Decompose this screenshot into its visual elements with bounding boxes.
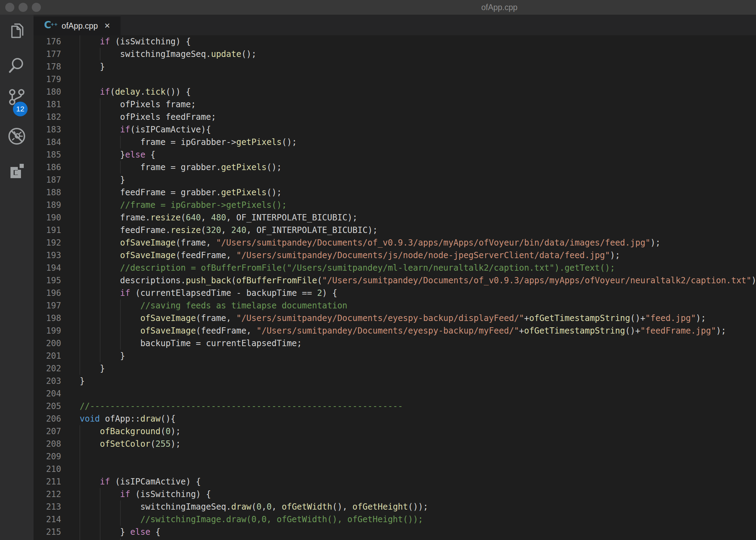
indent-guide (100, 161, 100, 174)
code-line[interactable]: 200 backupTime = currentElapsedTime; (34, 337, 756, 350)
code-line[interactable]: 189 //frame = ipGrabber->getPixels(); (34, 199, 756, 211)
indent-guide (100, 48, 100, 60)
code-line[interactable]: 214 //switchingImage.draw(0,0, ofGetWidt… (34, 513, 756, 526)
traffic-light-minimize[interactable] (19, 3, 28, 12)
extensions-icon[interactable] (7, 161, 27, 181)
line-number[interactable]: 181 (34, 98, 61, 111)
code-line[interactable]: 213 switchingImageSeq.draw(0,0, ofGetWid… (34, 501, 756, 513)
line-number[interactable]: 212 (34, 488, 61, 501)
search-icon[interactable] (7, 56, 27, 75)
code-line[interactable]: 194 //description = ofBufferFromFile("/U… (34, 262, 756, 274)
code-line[interactable]: 211 if (isIPCamActive) { (34, 475, 756, 488)
traffic-light-zoom[interactable] (32, 3, 41, 12)
code-line[interactable]: 204 (34, 387, 756, 400)
line-number[interactable]: 203 (34, 375, 61, 387)
line-number[interactable]: 189 (34, 199, 61, 211)
line-number[interactable]: 214 (34, 513, 61, 526)
line-number[interactable]: 193 (34, 249, 61, 262)
line-number[interactable]: 195 (34, 274, 61, 287)
line-number[interactable]: 210 (34, 463, 61, 475)
code-line[interactable]: 186 frame = grabber.getPixels(); (34, 161, 756, 174)
code-line[interactable]: 184 frame = ipGrabber->getPixels(); (34, 136, 756, 148)
code-line[interactable]: 201 } (34, 350, 756, 362)
code-line[interactable]: 203} (34, 375, 756, 387)
tab-close-icon[interactable]: ✕ (104, 22, 110, 30)
indent-guide (120, 513, 121, 526)
code-line[interactable]: 188 feedFrame = grabber.getPixels(); (34, 186, 756, 199)
line-number[interactable]: 216 (34, 538, 61, 540)
line-number[interactable]: 201 (34, 350, 61, 362)
code-line[interactable]: 185 }else { (34, 148, 756, 161)
code-line[interactable]: 197 //saving feeds as timelapse document… (34, 299, 756, 312)
code-line[interactable]: 205//-----------------------------------… (34, 400, 756, 413)
line-number[interactable]: 196 (34, 287, 61, 299)
code-line[interactable]: 190 frame.resize(640, 480, OF_INTERPOLAT… (34, 211, 756, 224)
code-line[interactable]: 202 } (34, 362, 756, 375)
code-line[interactable]: 208 ofSetColor(255); (34, 438, 756, 450)
code-line[interactable]: 193 ofSaveImage(feedFrame, "/Users/sumit… (34, 249, 756, 262)
title-bar: ofApp.cpp (0, 0, 756, 15)
line-number[interactable]: 211 (34, 475, 61, 488)
line-number[interactable]: 198 (34, 312, 61, 324)
code-line[interactable]: 199 ofSaveImage(feedFrame, "/Users/sumit… (34, 324, 756, 337)
code-line[interactable]: 198 ofSaveImage(frame, "/Users/sumitpand… (34, 312, 756, 324)
line-number[interactable]: 199 (34, 324, 61, 337)
line-number[interactable]: 206 (34, 413, 61, 425)
code-line[interactable]: 195 descriptions.push_back(ofBufferFromF… (34, 274, 756, 287)
line-number[interactable]: 213 (34, 501, 61, 513)
code-line[interactable]: 212 if (isSwitching) { (34, 488, 756, 501)
line-number[interactable]: 178 (34, 60, 61, 73)
code-line[interactable]: 187 } (34, 174, 756, 186)
line-number[interactable]: 205 (34, 400, 61, 413)
code-line[interactable]: 179 (34, 73, 756, 86)
line-number[interactable]: 183 (34, 123, 61, 136)
line-number[interactable]: 209 (34, 450, 61, 463)
debug-disabled-icon[interactable] (7, 126, 27, 146)
code-line[interactable]: 196 if (currentElapsedTime - backupTime … (34, 287, 756, 299)
line-number[interactable]: 191 (34, 224, 61, 236)
line-number[interactable]: 179 (34, 73, 61, 86)
line-number[interactable]: 180 (34, 86, 61, 98)
code-line[interactable]: 177 switchingImageSeq.update(); (34, 48, 756, 60)
code-line[interactable]: 178 } (34, 60, 756, 73)
source-control-badge[interactable]: 12 (13, 102, 28, 116)
code-line[interactable]: 183 if(isIPCamActive){ (34, 123, 756, 136)
code-line[interactable]: 215 } else { (34, 526, 756, 538)
line-number[interactable]: 188 (34, 186, 61, 199)
line-number[interactable]: 187 (34, 174, 61, 186)
code-line[interactable]: 210 (34, 463, 756, 475)
code-line[interactable]: 191 feedFrame.resize(320, 240, OF_INTERP… (34, 224, 756, 236)
editor-content[interactable]: 176 if (isSwitching) {177 switchingImage… (34, 35, 756, 540)
code-line[interactable]: 192 ofSaveImage(frame, "/Users/sumitpand… (34, 236, 756, 249)
code-line[interactable]: 182 ofPixels feedFrame; (34, 111, 756, 123)
line-number[interactable]: 184 (34, 136, 61, 148)
code-line[interactable]: 216 (34, 538, 756, 540)
code-line[interactable]: 181 ofPixels frame; (34, 98, 756, 111)
line-number[interactable]: 200 (34, 337, 61, 350)
code-line[interactable]: 209 (34, 450, 756, 463)
indent-guide (80, 136, 80, 148)
indent-guide (80, 324, 80, 337)
explorer-icon[interactable] (7, 21, 27, 41)
line-number[interactable]: 194 (34, 262, 61, 274)
line-number[interactable]: 204 (34, 387, 61, 400)
tab-ofapp-cpp[interactable]: C++ ofApp.cpp ✕ (34, 16, 121, 35)
line-number[interactable]: 192 (34, 236, 61, 249)
line-number[interactable]: 176 (34, 35, 61, 48)
line-number[interactable]: 207 (34, 425, 61, 438)
code-line[interactable]: 176 if (isSwitching) { (34, 35, 756, 48)
line-number[interactable]: 185 (34, 148, 61, 161)
indent-guide (100, 249, 100, 262)
line-number[interactable]: 197 (34, 299, 61, 312)
code-line[interactable]: 206void ofApp::draw(){ (34, 413, 756, 425)
line-number[interactable]: 190 (34, 211, 61, 224)
line-number[interactable]: 208 (34, 438, 61, 450)
line-number[interactable]: 186 (34, 161, 61, 174)
line-number[interactable]: 202 (34, 362, 61, 375)
line-number[interactable]: 215 (34, 526, 61, 538)
line-number[interactable]: 177 (34, 48, 61, 60)
line-number[interactable]: 182 (34, 111, 61, 123)
traffic-light-close[interactable] (5, 3, 14, 12)
code-line[interactable]: 180 if(delay.tick()) { (34, 86, 756, 98)
code-line[interactable]: 207 ofBackground(0); (34, 425, 756, 438)
